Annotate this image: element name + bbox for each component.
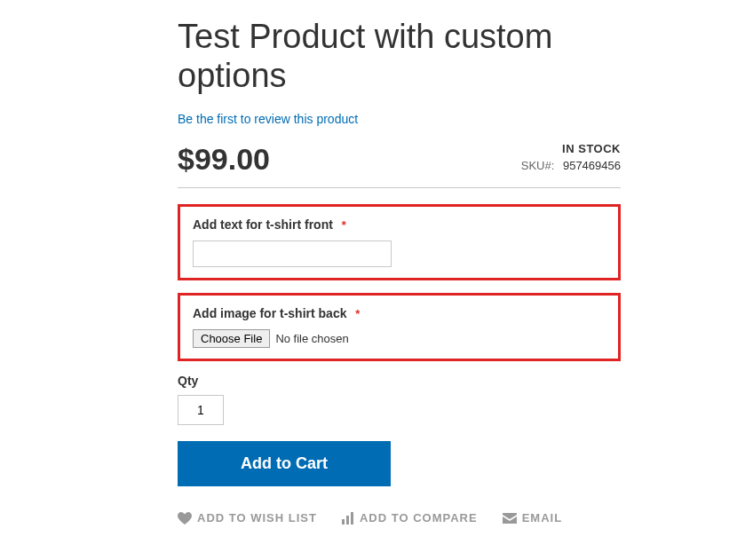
envelope-icon (503, 513, 517, 524)
qty-section: Qty (178, 374, 621, 425)
sku-value: 957469456 (563, 159, 621, 172)
svg-rect-2 (351, 512, 353, 525)
required-indicator: * (355, 307, 360, 320)
bar-chart-icon (342, 512, 354, 525)
text-option-input[interactable] (193, 241, 392, 267)
sku-label: SKU#: (521, 159, 555, 172)
compare-link[interactable]: ADD TO COMPARE (342, 511, 478, 525)
compare-label: ADD TO COMPARE (360, 511, 478, 525)
qty-input[interactable] (178, 395, 224, 425)
text-option-label: Add text for t-shirt front * (193, 217, 606, 232)
stock-status: IN STOCK (521, 142, 621, 155)
review-link[interactable]: Be the first to review this product (178, 112, 358, 126)
product-title: Test Product with custom options (178, 18, 621, 95)
price-stock-row: $99.00 IN STOCK SKU#: 957469456 (178, 142, 621, 188)
wishlist-label: ADD TO WISH LIST (197, 511, 317, 525)
product-price: $99.00 (178, 142, 270, 177)
text-option-label-text: Add text for t-shirt front (193, 217, 333, 232)
email-label: EMAIL (522, 511, 562, 525)
svg-rect-1 (346, 516, 349, 525)
action-links: ADD TO WISH LIST ADD TO COMPARE EMAIL (178, 511, 621, 525)
file-input-row: Choose File No file chosen (193, 329, 606, 348)
email-link[interactable]: EMAIL (503, 511, 562, 525)
sku-line: SKU#: 957469456 (521, 159, 621, 172)
svg-rect-0 (342, 519, 345, 525)
required-indicator: * (342, 218, 346, 232)
add-to-cart-button[interactable]: Add to Cart (178, 441, 391, 486)
wishlist-link[interactable]: ADD TO WISH LIST (178, 511, 317, 525)
file-option-label-text: Add image for t-shirt back (193, 306, 346, 320)
file-status: No file chosen (275, 332, 348, 345)
choose-file-button[interactable]: Choose File (193, 329, 270, 348)
file-option-box: Add image for t-shirt back * Choose File… (178, 293, 621, 361)
heart-icon (178, 512, 192, 525)
text-option-box: Add text for t-shirt front * (178, 204, 621, 280)
stock-info: IN STOCK SKU#: 957469456 (521, 142, 621, 172)
file-option-label: Add image for t-shirt back * (193, 306, 606, 320)
qty-label: Qty (178, 374, 621, 388)
